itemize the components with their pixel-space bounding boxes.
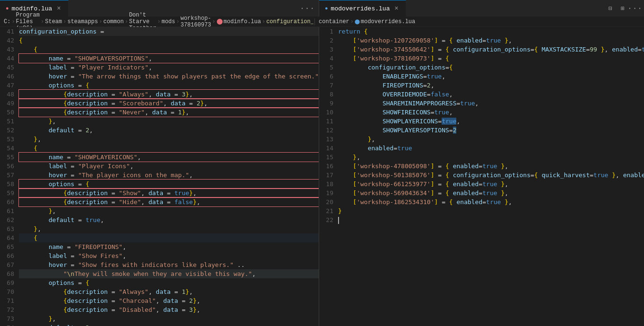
ln: 49	[0, 99, 14, 108]
rcode-4: ['workshop-378160973'] = {	[338, 54, 644, 63]
breadcrumb-sep: ›	[11, 18, 15, 25]
code-line-72: {description = "Disabled", data = 3},	[19, 305, 319, 314]
rcode-5: configuration_options={	[338, 63, 644, 72]
breadcrumb-item-steamapps[interactable]: steamapps	[67, 18, 98, 25]
rln: 2	[319, 36, 333, 45]
ln: 72	[0, 305, 14, 314]
ln: 58	[0, 180, 14, 189]
rcode-11: SHOWPLAYERICONS=true,	[338, 117, 644, 126]
code-line-63: },	[19, 224, 319, 233]
ln: 44	[0, 54, 14, 63]
breadcrumb-item-workshop[interactable]: workshop-378160973	[181, 15, 211, 28]
breadcrumb-item-symbol[interactable]: configuration_options	[266, 18, 313, 25]
rln: 10	[319, 108, 333, 117]
left-editor-pane: 41 42 43 44 45 46 47 48 49 50 51 52 53 5…	[0, 27, 319, 326]
rln: 4	[319, 54, 333, 63]
breadcrumb-sep: ›	[157, 18, 161, 25]
layout-button[interactable]: ⊞	[618, 3, 628, 14]
rcode-18: ['workshop-661253977'] = { enabled=true …	[338, 180, 644, 189]
ln: 55	[0, 153, 14, 162]
rln: 16	[319, 162, 333, 171]
code-line-69: options = {	[19, 278, 319, 287]
code-line-50: {description = "Never", data = 1},	[19, 108, 319, 117]
rcode-21: }	[338, 206, 644, 215]
split-editor-button[interactable]: ⊟	[605, 3, 616, 14]
right-code-area[interactable]: return { ['workshop-1207269058'] = { ena…	[336, 27, 644, 326]
ln: 56	[0, 162, 14, 171]
rln: 9	[319, 99, 333, 108]
ln: 52	[0, 126, 14, 135]
breadcrumb-item-modinfo-label[interactable]: modinfo.lua	[224, 18, 261, 25]
rln: 11	[319, 117, 333, 126]
rcode-3: ['workshop-374550642'] = { configuration…	[338, 45, 644, 54]
breadcrumb-item-mods[interactable]: mods	[162, 18, 175, 25]
lua-file-icon-right: ●	[325, 6, 328, 11]
rln: 7	[319, 81, 333, 90]
code-line-43: {	[19, 45, 319, 54]
code-line-55: name = "SHOWPLAYERICONS",	[19, 153, 319, 162]
rln: 19	[319, 189, 333, 197]
rcode-17: ['workshop-501385076'] = { configuration…	[338, 171, 644, 180]
code-line-71: {description = "Charcoal", data = 2},	[19, 296, 319, 305]
ln: 73	[0, 314, 14, 323]
rcode-19: ['workshop-569043634'] = { enabled=true …	[338, 189, 644, 197]
code-line-59: {description = "Show", data = true},	[19, 189, 319, 197]
code-line-58: options = {	[19, 180, 319, 189]
ln: 66	[0, 251, 14, 260]
rcode-15: },	[338, 153, 644, 162]
breadcrumb-item-modinfo[interactable]: ⬤	[217, 18, 223, 25]
left-code-area[interactable]: configuration_options = { { name = "SHOW…	[17, 27, 319, 326]
more-actions-button[interactable]: ···	[630, 3, 640, 14]
code-line-62: default = true,	[19, 215, 319, 224]
breadcrumb-item-modoverrides-icon: ⬤	[355, 19, 360, 25]
breadcrumb-sep: ›	[41, 18, 44, 25]
rcode-12: SHOWPLAYERSOPTIONS=2	[338, 126, 644, 135]
right-tab-close[interactable]: ×	[392, 5, 400, 12]
breadcrumb-item-modoverrides[interactable]: modoverrides.lua	[361, 18, 415, 25]
rln: 17	[319, 171, 333, 180]
ln: 57	[0, 171, 14, 180]
breadcrumb-item-steam[interactable]: Steam	[45, 18, 62, 25]
rln: 1	[319, 27, 333, 36]
breadcrumb-item-common[interactable]: common	[103, 18, 123, 25]
rcode-22	[338, 215, 644, 224]
ln: 60	[0, 197, 14, 206]
editors-area: 41 42 43 44 45 46 47 48 49 50 51 52 53 5…	[0, 27, 644, 326]
ln: 63	[0, 224, 14, 233]
ln: 43	[0, 45, 14, 54]
ln: 51	[0, 117, 14, 126]
rcode-20: ['workshop-1862534310'] = { enabled=true…	[338, 197, 644, 206]
breadcrumb-sep: ›	[125, 18, 128, 25]
code-line-67: hover = "Show fires with indicators like…	[19, 260, 319, 269]
breadcrumb-item-container[interactable]: container	[319, 18, 349, 25]
lua-file-icon: ●	[6, 6, 9, 11]
code-line-45: label = "Player Indicators",	[19, 63, 319, 72]
rcode-6: ENABLEPINGS=true,	[338, 72, 644, 81]
ln: 74	[0, 323, 14, 326]
code-line-70: {description = "Always", data = 1},	[19, 287, 319, 296]
code-line-42: {	[19, 36, 319, 45]
breadcrumb-row: C: › Program Files (x86) › Steam › steam…	[0, 17, 644, 27]
breadcrumb-sep: ›	[262, 18, 265, 25]
code-line-65: name = "FIREOPTIONS",	[19, 242, 319, 251]
rln: 3	[319, 45, 333, 54]
rcode-7: FIREOPTIONS=2,	[338, 81, 644, 90]
rcode-10: SHOWFIREICONS=true,	[338, 108, 644, 117]
ln: 50	[0, 108, 14, 117]
code-line-46: hover = "The arrow things that show play…	[19, 72, 319, 81]
ln: 61	[0, 206, 14, 215]
code-line-61: },	[19, 206, 319, 215]
code-line-64: {	[19, 233, 319, 242]
code-line-47: options = {	[19, 81, 319, 90]
breadcrumb-item-c[interactable]: C:	[4, 18, 10, 25]
ln: 70	[0, 287, 14, 296]
rln: 18	[319, 180, 333, 189]
code-line-53: },	[19, 135, 319, 144]
left-tab-label: modinfo.lua	[12, 5, 52, 12]
breadcrumb-sep-r: ›	[350, 18, 354, 25]
app-container: ● modinfo.lua × ··· ● modoverrides.lua ×…	[0, 0, 644, 326]
right-line-numbers: 1 2 3 4 5 6 7 8 9 10 11 12 13 14 15 16 1…	[319, 27, 336, 326]
rln: 21	[319, 206, 333, 215]
ln: 42	[0, 36, 14, 45]
right-tab-active[interactable]: ● modoverrides.lua ×	[319, 0, 406, 17]
